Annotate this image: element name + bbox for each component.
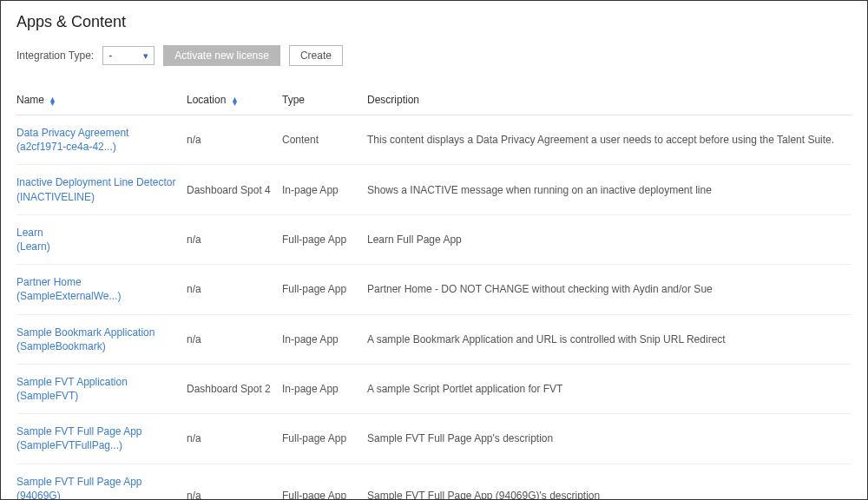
app-type: Full-page App <box>282 464 367 500</box>
app-name: Sample Bookmark Application <box>16 326 180 339</box>
table-row: Learn(Learn)n/aFull-page AppLearn Full P… <box>16 214 852 264</box>
sort-icon: ▴▾ <box>233 96 237 105</box>
app-name-link[interactable]: Inactive Deployment Line Detector(INACTI… <box>16 175 180 203</box>
apps-table: Name ▴▾ Location ▴▾ Type Description Dat… <box>16 87 852 500</box>
activate-license-button[interactable]: Activate new license <box>163 45 280 66</box>
app-name-link[interactable]: Sample FVT Application(SampleFVT) <box>16 375 180 403</box>
app-type: Full-page App <box>282 265 367 314</box>
app-name-link[interactable]: Learn(Learn) <box>16 226 180 253</box>
app-subname: (INACTIVELINE) <box>16 190 180 204</box>
app-type: In-page App <box>282 165 367 214</box>
table-row: Sample Bookmark Application(SampleBookma… <box>16 314 852 364</box>
app-name-link[interactable]: Data Privacy Agreement(a2cf1971-ce4a-42.… <box>16 126 180 154</box>
table-row: Sample FVT Application(SampleFVT)Dashboa… <box>16 364 852 413</box>
integration-type-value: - <box>108 49 112 62</box>
col-header-location-label: Location <box>187 94 226 106</box>
page-title: Apps & Content <box>16 13 852 31</box>
integration-type-label: Integration Type: <box>16 49 94 62</box>
app-description: A sample Bookmark Application and URL is… <box>367 314 852 364</box>
app-location: n/a <box>187 314 282 364</box>
app-name-link[interactable]: Sample Bookmark Application(SampleBookma… <box>16 326 180 353</box>
app-location: Dashboard Spot 4 <box>187 165 282 214</box>
app-location: Dashboard Spot 2 <box>187 364 282 413</box>
app-subname: (Learn) <box>16 240 180 253</box>
chevron-down-icon: ▾ <box>143 50 148 62</box>
table-row: Inactive Deployment Line Detector(INACTI… <box>16 165 852 214</box>
table-row: Data Privacy Agreement(a2cf1971-ce4a-42.… <box>16 115 852 165</box>
app-type: In-page App <box>282 314 367 364</box>
app-subname: (SampleFVT) <box>16 389 180 403</box>
app-name: Sample FVT Full Page App <box>16 424 180 438</box>
integration-type-select[interactable]: - ▾ <box>102 46 155 65</box>
app-description: A sample Script Portlet application for … <box>367 364 852 413</box>
app-subname: (SampleBookmark) <box>16 339 180 353</box>
app-type: Full-page App <box>282 414 367 464</box>
app-location: n/a <box>187 414 282 464</box>
app-subname: (a2cf1971-ce4a-42...) <box>16 140 180 154</box>
table-row: Partner Home(SampleExternalWe...)n/aFull… <box>16 265 852 314</box>
app-description: Sample FVT Full Page App (94069G)'s desc… <box>367 464 852 500</box>
app-type: In-page App <box>282 364 367 413</box>
app-name: Data Privacy Agreement <box>16 126 180 140</box>
col-header-name-label: Name <box>16 94 44 106</box>
table-row: Sample FVT Full Page App (94069G)(Sample… <box>16 464 852 500</box>
app-name: Inactive Deployment Line Detector <box>16 175 180 189</box>
app-name-link[interactable]: Sample FVT Full Page App(SampleFVTFullPa… <box>16 424 180 452</box>
col-header-type: Type <box>282 87 367 115</box>
app-location: n/a <box>187 214 282 264</box>
app-description: This content displays a Data Privacy Agr… <box>367 115 852 165</box>
table-row: Sample FVT Full Page App(SampleFVTFullPa… <box>16 414 852 464</box>
sort-icon: ▴▾ <box>50 96 55 105</box>
app-description: Sample FVT Full Page App's description <box>367 414 852 464</box>
app-type: Content <box>282 115 367 165</box>
app-name: Sample FVT Full Page App (94069G) <box>16 475 180 500</box>
app-location: n/a <box>187 265 282 314</box>
app-name-link[interactable]: Sample FVT Full Page App (94069G)(Sample… <box>16 475 180 500</box>
app-description: Shows a INACTIVE message when running on… <box>367 165 852 214</box>
app-description: Learn Full Page App <box>367 214 852 264</box>
col-header-description: Description <box>367 87 852 115</box>
app-description: Partner Home - DO NOT CHANGE without che… <box>367 265 852 314</box>
toolbar: Integration Type: - ▾ Activate new licen… <box>16 45 852 66</box>
app-location: n/a <box>187 115 282 165</box>
app-name: Sample FVT Application <box>16 375 180 389</box>
app-type: Full-page App <box>282 214 367 264</box>
create-button[interactable]: Create <box>289 45 343 66</box>
app-location: n/a <box>187 464 282 500</box>
col-header-location[interactable]: Location ▴▾ <box>187 87 282 115</box>
app-subname: (SampleExternalWe...) <box>16 289 180 303</box>
col-header-name[interactable]: Name ▴▾ <box>16 87 187 115</box>
app-subname: (SampleFVTFullPag...) <box>16 438 180 452</box>
app-name: Partner Home <box>16 275 180 289</box>
app-name: Learn <box>16 226 180 240</box>
app-name-link[interactable]: Partner Home(SampleExternalWe...) <box>16 275 180 303</box>
